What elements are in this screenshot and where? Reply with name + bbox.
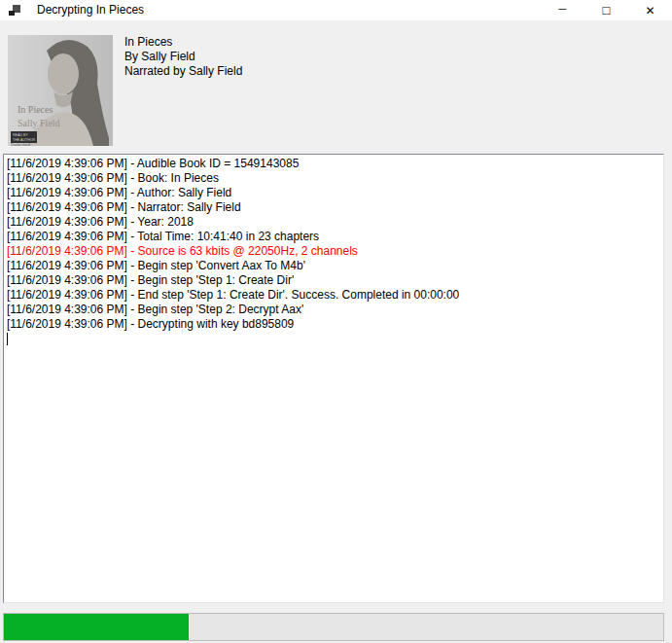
log-line: [11/6/2019 4:39:06 PM] - Source is 63 kb… [7,244,660,259]
cover-badge-line1: READ BY [13,133,28,137]
minimize-button[interactable]: ─ [541,0,584,20]
book-narrator: Narrated by Sally Field [124,64,242,79]
close-icon: ✕ [645,5,654,17]
text-caret [7,333,8,345]
window-title: Decrypting In Pieces [37,0,144,20]
book-title: In Pieces [124,35,242,50]
log-line: [11/6/2019 4:39:06 PM] - Audible Book ID… [7,157,660,171]
minimize-icon: ─ [559,4,567,15]
app-icon [8,4,21,18]
log-textbox[interactable]: [11/6/2019 4:39:06 PM] - Audible Book ID… [3,154,664,603]
title-bar[interactable]: Decrypting In Pieces ─ □ ✕ [0,0,672,20]
log-line: [11/6/2019 4:39:06 PM] - Decrypting with… [7,317,660,332]
book-author: By Sally Field [124,50,242,64]
app-window: Decrypting In Pieces ─ □ ✕ [0,0,672,643]
close-button[interactable]: ✕ [628,0,672,20]
book-cover-image: In Pieces Sally Field READ BY THE AUTHOR… [8,35,113,146]
log-line: [11/6/2019 4:39:06 PM] - Author: Sally F… [7,186,660,200]
log-line: [11/6/2019 4:39:06 PM] - End step 'Step … [7,288,660,303]
log-line: [11/6/2019 4:39:06 PM] - Book: In Pieces [7,171,660,186]
cover-author-text: Sally Field [18,118,60,128]
log-line: [11/6/2019 4:39:06 PM] - Begin step 'Con… [7,259,660,273]
maximize-button[interactable]: □ [584,0,628,20]
progress-bar [3,613,664,641]
book-info: In Pieces By Sally Field Narrated by Sal… [124,35,242,79]
progress-fill [4,614,189,640]
log-lines: [11/6/2019 4:39:06 PM] - Audible Book ID… [7,157,660,332]
log-line: [11/6/2019 4:39:06 PM] - Begin step 'Ste… [7,303,660,317]
log-line: [11/6/2019 4:39:06 PM] - Begin step 'Ste… [7,273,660,288]
cover-edition-text: Unabridged [11,142,31,147]
log-line: [11/6/2019 4:39:06 PM] - Narrator: Sally… [7,200,660,215]
maximize-icon: □ [603,4,611,17]
cover-face-shape [48,54,79,94]
caption-buttons: ─ □ ✕ [541,0,672,20]
log-line: [11/6/2019 4:39:06 PM] - Total Time: 10:… [7,230,660,244]
cover-title-text: In Pieces [18,104,53,115]
log-line: [11/6/2019 4:39:06 PM] - Year: 2018 [7,215,660,230]
